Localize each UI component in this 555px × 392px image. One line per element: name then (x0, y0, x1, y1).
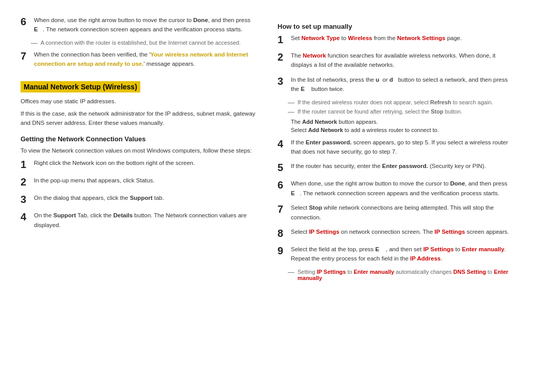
right-step-2-text: The Network function searches for availa… (291, 51, 514, 70)
left-step-1-num: 1 (21, 158, 30, 171)
right-step-3-text: In the list of networks, press the u or … (291, 75, 514, 94)
right-step-9: 9 Select the field at the top, press E ,… (278, 245, 514, 264)
right-step-1-num: 1 (278, 33, 287, 46)
left-step-2-num: 2 (21, 176, 30, 188)
right-step-3-subnote2: Select Add Network to add a wireless rou… (291, 126, 514, 135)
right-step-5: 5 If the router has security, enter the … (278, 161, 514, 174)
right-step-1-text: Set Network Type to Wireless from the Ne… (291, 33, 462, 43)
step-6-text: When done, use the right arrow button to… (34, 15, 257, 34)
left-step-3: 3 On the dialog that appears, click the … (21, 193, 257, 206)
right-step-3: 3 In the list of networks, press the u o… (278, 75, 514, 94)
step-7-text: When the connection has been verified, t… (34, 50, 257, 69)
step-7-block: 7 When the connection has been verified,… (21, 50, 257, 69)
section-heading-text: Manual Network Setup (Wireless) (21, 81, 140, 92)
right-step-8: 8 Select IP Settings on network connecti… (278, 227, 514, 239)
right-step-4-text: If the Enter password. screen appears, g… (291, 138, 514, 157)
right-step-6: 6 When done, use the right arrow button … (278, 179, 514, 198)
right-step-8-text: Select IP Settings on network connection… (291, 227, 509, 236)
right-step-7-num: 7 (278, 203, 287, 215)
manual-network-heading: Manual Network Setup (Wireless) (21, 74, 257, 97)
right-step-2: 2 The Network function searches for avai… (278, 51, 514, 70)
left-step-1-text: Right click the Network icon on the bott… (34, 158, 195, 167)
right-step-6-num: 6 (278, 179, 287, 191)
note-text: A connection with the router is establis… (41, 40, 241, 46)
left-step-2: 2 In the pop-up menu that appears, click… (21, 176, 257, 188)
right-step-7-text: Select Stop while network connections ar… (291, 203, 514, 222)
left-step-3-num: 3 (21, 193, 30, 206)
right-column: How to set up manually 1 Set Network Typ… (278, 15, 514, 283)
para3: To view the Network connection values on… (21, 146, 257, 155)
left-step-4: 4 On the Support Tab, click the Details … (21, 211, 257, 230)
right-step-1: 1 Set Network Type to Wireless from the … (278, 33, 514, 46)
right-step-8-num: 8 (278, 227, 287, 239)
right-step-7: 7 Select Stop while network connections … (278, 203, 514, 222)
right-step-5-num: 5 (278, 161, 287, 174)
right-step-5-text: If the router has security, enter the En… (291, 161, 486, 171)
sub-heading-network: Getting the Network Connection Values (21, 135, 257, 143)
right-step-3-num: 3 (278, 75, 287, 87)
right-step-6-text: When done, use the right arrow button to… (291, 179, 514, 198)
left-step-1: 1 Right click the Network icon on the bo… (21, 158, 257, 171)
left-step-2-text: In the pop-up menu that appears, click S… (34, 176, 155, 185)
step-6-num: 6 (21, 15, 30, 28)
left-step-4-num: 4 (21, 211, 30, 223)
right-step-3-note1: — If the desired wireless router does no… (288, 99, 514, 106)
left-step-3-text: On the dialog that appears, click the Su… (34, 193, 164, 202)
left-column: 6 When done, use the right arrow button … (21, 15, 257, 283)
right-step-3-note2: — If the router cannot be found after re… (288, 108, 514, 116)
right-step-9-text: Select the field at the top, press E , a… (291, 245, 514, 264)
para2: If this is the case, ask the network adm… (21, 109, 257, 128)
page-layout: 6 When done, use the right arrow button … (21, 15, 534, 283)
step-6-block: 6 When done, use the right arrow button … (21, 15, 257, 34)
right-step-4: 4 If the Enter password. screen appears,… (278, 138, 514, 157)
right-step-4-num: 4 (278, 138, 287, 150)
para1: Offices may use static IP addresses. (21, 97, 257, 106)
final-note: — Setting IP Settings to Enter manually … (288, 269, 514, 281)
right-step-3-subnote1: The Add Network button appears. (291, 118, 514, 126)
step-7-num: 7 (21, 50, 30, 62)
note-dash: — (31, 39, 38, 47)
right-step-9-num: 9 (278, 245, 287, 257)
left-step-4-text: On the Support Tab, click the Details bu… (34, 211, 257, 230)
step-6-note: — A connection with the router is establ… (31, 40, 257, 47)
how-to-heading: How to set up manually (278, 23, 514, 30)
right-step-2-num: 2 (278, 51, 287, 63)
